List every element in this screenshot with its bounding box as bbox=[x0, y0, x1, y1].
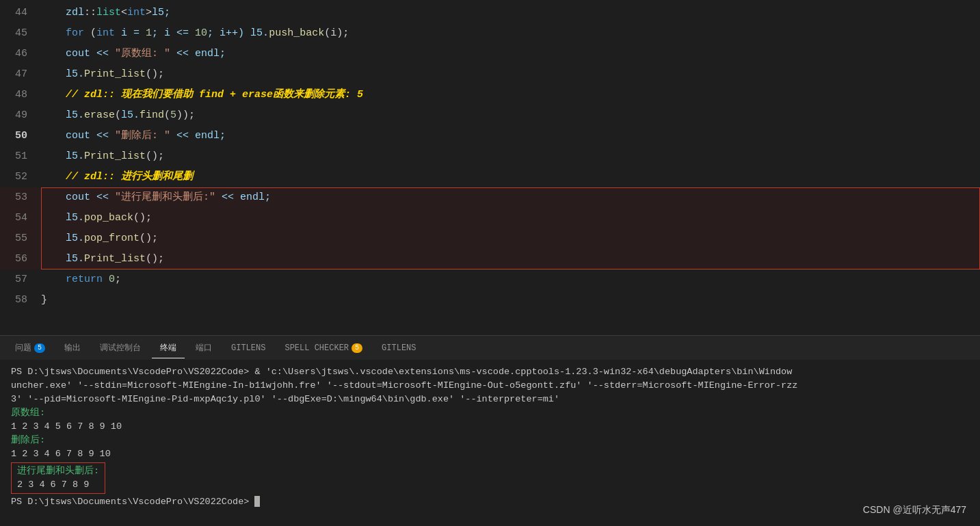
code-line-47: 47 l5.Print_list(); bbox=[0, 64, 980, 85]
terminal-line-numbers1: 1 2 3 4 5 6 7 8 9 10 bbox=[11, 420, 969, 434]
terminal-area[interactable]: PS D:\jtsws\Documents\VscodePro\VS2022Co… bbox=[0, 360, 980, 526]
terminal-line-delete: 删除后: bbox=[11, 434, 969, 447]
tab-spell-checker[interactable]: SPELL CHECKER 5 bbox=[276, 339, 371, 357]
terminal-line-3: 3' '--pid=Microsoft-MIEngine-Pid-mxpAqc1… bbox=[11, 393, 969, 406]
code-line-45: 45 for (int i = 1; i <= 10; i++) l5.push… bbox=[0, 23, 980, 44]
code-line-57: 57 return 0; bbox=[0, 269, 980, 290]
terminal-line-prompt: PS D:\jtsws\Documents\VscodePro\VS2022Co… bbox=[11, 495, 969, 509]
terminal-line-yuanzhu: 原数组: bbox=[11, 406, 969, 420]
tab-debug-console-label: 调试控制台 bbox=[100, 342, 141, 354]
tab-terminal[interactable]: 终端 bbox=[152, 338, 185, 358]
code-line-50: 50 cout << "删除后: " << endl; bbox=[0, 126, 980, 146]
tab-ports[interactable]: 端口 bbox=[187, 338, 220, 358]
tab-ports-label: 端口 bbox=[196, 342, 212, 354]
tab-output[interactable]: 输出 bbox=[56, 338, 89, 358]
code-line-53: 53 cout << "进行尾删和头删后:" << endl; bbox=[0, 187, 980, 208]
tab-spell-checker-badge: 5 bbox=[352, 343, 362, 353]
code-line-49: 49 l5.erase(l5.find(5)); bbox=[0, 105, 980, 126]
highlighted-block: 53 cout << "进行尾删和头删后:" << endl; 54 l5.po… bbox=[0, 187, 980, 269]
terminal-cursor bbox=[254, 496, 260, 507]
terminal-line-numbers2: 1 2 3 4 6 7 8 9 10 bbox=[11, 447, 969, 461]
code-line-46: 46 cout << "原数组: " << endl; bbox=[0, 44, 980, 64]
tab-problems-badge: 5 bbox=[34, 343, 45, 353]
code-line-56: 56 l5.Print_list(); bbox=[0, 249, 980, 269]
tab-terminal-label: 终端 bbox=[160, 342, 176, 354]
code-line-55: 55 l5.pop_front(); bbox=[0, 228, 980, 249]
panel-tabs: 问题 5 输出 调试控制台 终端 端口 GITLENS SPELL CHECKE… bbox=[0, 335, 980, 360]
code-line-44: 44 zdl::list<int>l5; bbox=[0, 3, 980, 23]
editor-area: 44 zdl::list<int>l5; 45 for (int i = 1; … bbox=[0, 0, 980, 335]
tab-gitlens2-label: GITLENS bbox=[382, 343, 416, 353]
code-line-48: 48 // zdl:: 现在我们要借助 find + erase函数来删除元素:… bbox=[0, 85, 980, 105]
terminal-line-numbers3: 2 3 4 6 7 8 9 bbox=[17, 478, 99, 492]
tab-gitlens2[interactable]: GITLENS bbox=[373, 339, 424, 357]
tab-problems[interactable]: 问题 5 bbox=[7, 338, 53, 358]
tab-output-label: 输出 bbox=[64, 342, 81, 354]
tab-gitlens1-label: GITLENS bbox=[231, 343, 265, 353]
code-line-58: 58 } bbox=[0, 290, 980, 311]
terminal-line-1: PS D:\jtsws\Documents\VscodePro\VS2022Co… bbox=[11, 365, 969, 379]
watermark: CSDN @近听水无声477 bbox=[863, 503, 966, 516]
tab-problems-label: 问题 bbox=[15, 342, 31, 354]
tab-debug-console[interactable]: 调试控制台 bbox=[92, 338, 149, 358]
tab-spell-checker-label: SPELL CHECKER bbox=[284, 343, 349, 353]
code-line-51: 51 l5.Print_list(); bbox=[0, 146, 980, 167]
code-line-52: 52 // zdl:: 进行头删和尾删 bbox=[0, 167, 980, 187]
terminal-boxed-section: 进行尾删和头删后: 2 3 4 6 7 8 9 bbox=[11, 462, 105, 494]
tab-gitlens1[interactable]: GITLENS bbox=[223, 339, 274, 357]
terminal-line-2: uncher.exe' '--stdin=Microsoft-MIEngine-… bbox=[11, 379, 969, 393]
code-line-54: 54 l5.pop_back(); bbox=[0, 208, 980, 228]
terminal-line-tail-head: 进行尾删和头删后: bbox=[17, 464, 99, 478]
